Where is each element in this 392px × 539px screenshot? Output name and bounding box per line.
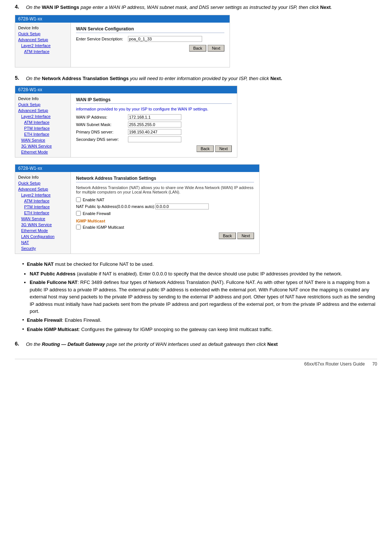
enable-firewall-label: Enable Firewall: [83, 211, 111, 216]
f3-lan[interactable]: LAN Configuration: [15, 234, 70, 239]
bullet-nat-text: Enable NAT must be checked for Fullcone …: [27, 261, 154, 268]
frame2-title: WAN IP Settings: [76, 97, 232, 104]
f2-eth[interactable]: ETH Interface: [15, 131, 70, 137]
bullet-firewall-icon: ▪: [22, 317, 24, 323]
frame3-content: Network Address Translation Settings Net…: [71, 172, 259, 254]
f3-layer2[interactable]: Layer2 Interface: [15, 192, 70, 198]
frame2-sidebar: Device Info Quick Setup Advanced Setup L…: [15, 93, 71, 157]
f2-atm[interactable]: ATM Interface: [15, 119, 70, 125]
frame2-wan-ip-input[interactable]: [128, 114, 181, 120]
sub-bullet-fullcone: Enable Fullcone NAT: RFC 3489 defines fo…: [30, 279, 377, 315]
frame1-content: WAN Service Configuration Enter Service …: [71, 23, 230, 67]
step-6-number: 6.: [15, 341, 26, 347]
f2-3gwan[interactable]: 3G WAN Service: [15, 143, 70, 149]
bullet-firewall: ▪ Enable Firewall: Enables Firewall.: [22, 317, 377, 324]
bullet-enable-nat: ▪ Enable NAT must be checked for Fullcon…: [22, 261, 377, 268]
router-frame-1: 6728-W1-xx Device Info Quick Setup Advan…: [15, 15, 230, 67]
sidebar-layer2-interface[interactable]: Layer2 Interface: [15, 43, 70, 49]
frame2-titlebar: 6728-W1-xx: [15, 86, 237, 93]
f3-ptm[interactable]: PTM Interface: [15, 204, 70, 210]
f3-3gwan[interactable]: 3G WAN Service: [15, 222, 70, 228]
frame1-title: WAN Service Configuration: [76, 26, 224, 33]
f3-advanced-setup[interactable]: Advanced Setup: [15, 186, 70, 192]
frame2-next-btn[interactable]: Next: [215, 145, 232, 152]
step-5-text: On the Network Address Translation Setti…: [26, 75, 282, 82]
bullet-igmp-icon: ▪: [22, 326, 24, 332]
enable-igmp-row: Enable IGMP Multicast: [76, 225, 254, 229]
frame3-sidebar: Device Info Quick Setup Advanced Setup L…: [15, 172, 71, 254]
step-5-block: 5. On the Network Address Translation Se…: [15, 75, 377, 333]
enable-igmp-checkbox[interactable]: [76, 225, 81, 229]
step-4-text: On the WAN IP Settings page enter a WAN …: [26, 4, 332, 11]
frame3-title: Network Address Translation Settings: [76, 176, 254, 182]
bullet-igmp: ▪ Enable IGMP Multicast: Configures the …: [22, 326, 377, 333]
frame2-subnet-row: WAN Subnet Mask:: [76, 122, 232, 128]
sidebar-device-info: Device Info: [15, 25, 70, 31]
frame1-desc-label: Enter Service Description:: [76, 37, 128, 41]
frame1-titlebar: 6728-W1-xx: [15, 15, 230, 23]
enable-nat-label: Enable NAT: [83, 198, 105, 202]
frame2-dns1-row: Primary DNS server:: [76, 129, 232, 135]
frame2-dns2-row: Secondary DNS server:: [76, 136, 232, 142]
enable-nat-row: Enable NAT: [76, 197, 254, 202]
frame2-subnet-label: WAN Subnet Mask:: [76, 122, 128, 127]
frame2-dns1-label: Primary DNS server:: [76, 130, 128, 134]
f3-atm[interactable]: ATM Interface: [15, 198, 70, 204]
frame3-desc: Network Address Translation (NAT) allows…: [76, 185, 254, 194]
frame2-desc: information provided to you by your ISP …: [76, 107, 232, 111]
sidebar-atm-interface[interactable]: ATM Interface: [15, 49, 70, 54]
frame1-sidebar: Device Info Quick Setup Advanced Setup L…: [15, 23, 71, 67]
enable-igmp-label: Enable IGMP Multicast: [83, 225, 124, 229]
f3-quick-setup[interactable]: Quick Setup: [15, 180, 70, 186]
f3-security[interactable]: Security: [15, 245, 70, 251]
frame2-wan-ip-row: WAN IP Address:: [76, 114, 232, 120]
f3-ethmode[interactable]: Ethernet Mode: [15, 228, 70, 234]
f2-wan[interactable]: WAN Service: [15, 137, 70, 143]
frame3-btn-row: Back Next: [76, 232, 254, 239]
f2-quick-setup[interactable]: Quick Setup: [15, 102, 70, 108]
f2-advanced-setup[interactable]: Advanced Setup: [15, 108, 70, 113]
bullet-section: ▪ Enable NAT must be checked for Fullcon…: [22, 261, 377, 333]
f2-layer2[interactable]: Layer2 Interface: [15, 113, 70, 119]
f3-wan[interactable]: WAN Service: [15, 216, 70, 222]
frame1-btn-row: Back Next: [76, 45, 224, 52]
page-footer: 66xx/67xx Router Users Guide 70: [15, 359, 377, 367]
frame1-next-btn[interactable]: Next: [208, 45, 224, 52]
sidebar-advanced-setup[interactable]: Advanced Setup: [15, 37, 70, 43]
enable-nat-checkbox[interactable]: [76, 197, 81, 202]
sub-bullet-nat-public: NAT Public Address (available if NAT is …: [30, 270, 377, 278]
frame2-dns2-label: Secondary DNS server:: [76, 137, 128, 142]
sidebar-quick-setup[interactable]: Quick Setup: [15, 31, 70, 37]
frame2-subnet-input[interactable]: [128, 122, 181, 128]
f2-device-info: Device Info: [15, 96, 70, 102]
frame3-back-btn[interactable]: Back: [219, 232, 236, 239]
step-4-block: 4. On the WAN IP Settings page enter a W…: [15, 4, 377, 67]
f2-ethmode[interactable]: Ethernet Mode: [15, 149, 70, 155]
step-4-number: 4.: [15, 4, 26, 10]
nat-public-input[interactable]: [155, 204, 209, 209]
frame2-content: WAN IP Settings information provided to …: [71, 93, 237, 157]
nat-public-label: NAT Public Ip Address(0.0.0.0 means auto…: [76, 204, 155, 209]
sub-bullet-nat: NAT Public Address (available if NAT is …: [30, 270, 377, 315]
frame2-wan-ip-label: WAN IP Address:: [76, 115, 128, 119]
bullet-firewall-text: Enable Firewall: Enables Firewall.: [27, 317, 102, 324]
frame2-dns1-input[interactable]: [128, 129, 181, 135]
frame3-next-btn[interactable]: Next: [237, 232, 254, 239]
frame1-service-input[interactable]: [128, 36, 202, 42]
router-frame-2: 6728-W1-xx Device Info Quick Setup Advan…: [15, 86, 237, 158]
frame2-dns2-input[interactable]: [128, 136, 181, 142]
enable-firewall-row: Enable Firewall: [76, 211, 254, 216]
nat-public-row: NAT Public Ip Address(0.0.0.0 means auto…: [76, 204, 254, 209]
igmp-section-label: IGMP Multicast: [76, 219, 254, 223]
frame3-titlebar: 6728-W1-xx: [15, 165, 259, 172]
f2-ptm[interactable]: PTM Interface: [15, 125, 70, 131]
enable-firewall-checkbox[interactable]: [76, 211, 81, 216]
f3-device-info: Device Info: [15, 174, 70, 180]
frame2-btn-row: Back Next: [76, 145, 232, 152]
router-frame-3: 6728-W1-xx Device Info Quick Setup Advan…: [15, 164, 260, 254]
f3-eth[interactable]: ETH Interface: [15, 210, 70, 216]
frame2-back-btn[interactable]: Back: [197, 145, 214, 152]
footer-guide-text: 66xx/67xx Router Users Guide: [304, 361, 365, 367]
frame1-back-btn[interactable]: Back: [189, 45, 206, 52]
f3-nat[interactable]: NAT: [15, 239, 70, 245]
